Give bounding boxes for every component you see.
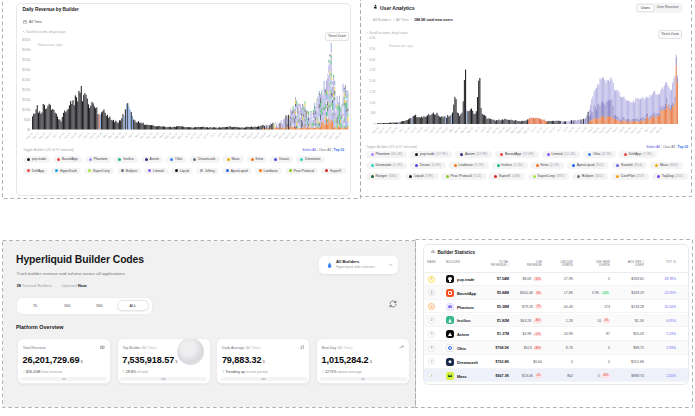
svg-text:Feb 25: Feb 25	[94, 131, 103, 140]
svg-text:$250k: $250k	[22, 78, 31, 82]
svg-text:Jul 1: Jul 1	[556, 125, 563, 132]
svg-text:1.0K: 1.0K	[369, 101, 375, 105]
svg-text:$150k: $150k	[22, 98, 31, 102]
svg-text:Oct 28: Oct 28	[315, 131, 324, 140]
svg-text:1.5K: 1.5K	[369, 90, 375, 94]
svg-text:Dec 31: Dec 31	[390, 125, 399, 134]
svg-text:$0: $0	[27, 128, 31, 132]
svg-text:Sep 30: Sep 30	[290, 131, 299, 140]
svg-text:3.0K: 3.0K	[369, 58, 375, 62]
svg-text:Apr 1: Apr 1	[127, 131, 135, 139]
svg-text:Sep 30: Sep 30	[636, 125, 645, 134]
svg-text:Jun 24: Jun 24	[202, 131, 211, 140]
svg-text:Feb 25: Feb 25	[440, 125, 449, 134]
svg-text:$450k: $450k	[22, 38, 31, 42]
svg-text:$400k: $400k	[22, 48, 31, 52]
svg-text:2.0K: 2.0K	[369, 79, 375, 83]
svg-text:Mar 25: Mar 25	[466, 125, 475, 134]
svg-text:$100k: $100k	[22, 108, 31, 112]
svg-text:Jun 24: Jun 24	[548, 125, 557, 134]
svg-text:May 27: May 27	[176, 131, 185, 140]
svg-text:2.5K: 2.5K	[369, 68, 375, 72]
svg-text:$200k: $200k	[22, 88, 31, 92]
svg-text:May 27: May 27	[522, 125, 531, 134]
svg-text:Jan 28: Jan 28	[69, 131, 78, 140]
svg-text:Mar 25: Mar 25	[120, 131, 129, 140]
svg-text:flowscan.xyz: flowscan.xyz	[38, 42, 62, 47]
svg-text:$50k: $50k	[24, 118, 31, 122]
svg-text:4.0K: 4.0K	[369, 36, 375, 40]
svg-text:Oct 21: Oct 21	[655, 125, 664, 134]
svg-text:Jul 1: Jul 1	[210, 131, 217, 138]
svg-text:Aug 26: Aug 26	[604, 125, 613, 134]
svg-text:$350k: $350k	[22, 58, 31, 62]
svg-text:3.5K: 3.5K	[369, 47, 375, 51]
svg-text:Jan 28: Jan 28	[415, 125, 424, 134]
svg-text:Aug 26: Aug 26	[258, 131, 267, 140]
svg-text:flowscan.xyz: flowscan.xyz	[389, 43, 413, 48]
svg-text:Apr 1: Apr 1	[473, 125, 481, 133]
svg-text:$300k: $300k	[22, 68, 31, 72]
svg-text:Dec 31: Dec 31	[44, 131, 53, 140]
svg-text:0: 0	[374, 122, 376, 126]
svg-text:500: 500	[370, 111, 375, 115]
svg-text:Nov 18: Nov 18	[334, 131, 343, 140]
